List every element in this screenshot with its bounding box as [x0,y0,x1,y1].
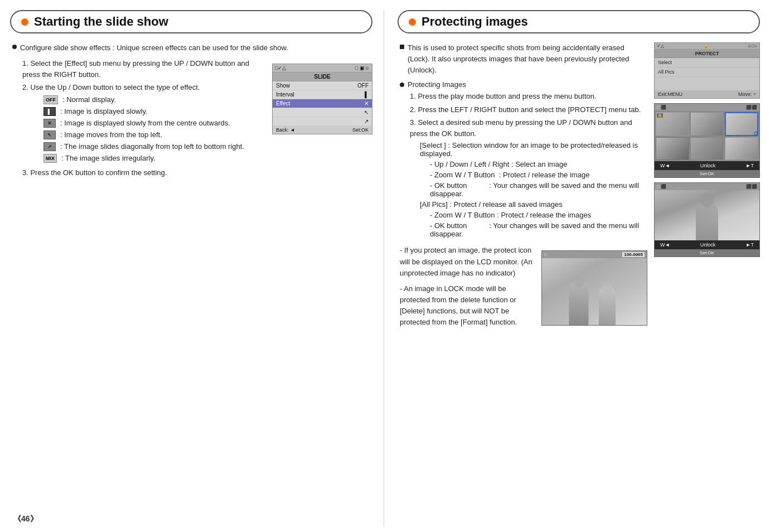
cam1-w-label: W◄ [660,163,670,168]
left-column: Starting the slide show Configure slide … [10,10,384,526]
ss-row-e1: ↖ [273,108,372,117]
cam1-cell1: 🔒 [656,112,689,136]
ss-row-show: Show OFF [273,81,372,90]
cam3-topbar: □ 100-0005 [542,251,647,258]
cam3-topleft-icon: □ [544,252,547,257]
cam1-grid: 🔒 6 [655,111,759,161]
cam1-lock1: 🔒 [657,113,663,118]
off-icon: OFF [43,95,58,104]
protect-menu-screenshot: ✓△ 🔒 ☺□○ PROTECT Select All Pics Exit:ME… [654,42,760,99]
pss-lock-icon: 🔒 [703,43,709,49]
left-title: Starting the slide show [34,14,168,29]
ss-row-effect: Effect ✕ [273,99,372,108]
ss-header-icons2: □ ▣☺ [355,65,370,71]
camera-view-1: □ ⬛ ⬛⬛ 🔒 6 [654,103,760,178]
ss-header-icons: □✓△ [275,65,286,71]
ss-title: SLIDE [273,72,372,81]
cam2-t-label: ►T [746,242,754,248]
square-icon [400,45,404,49]
pss-spacer [655,77,759,90]
cam2-setok: Set:OK [655,249,759,257]
right-title: Protecting images [422,14,528,29]
ss-label-effect: Effect [276,100,290,107]
right-step-2-text: 2. Press the LEFT / RIGHT button and sel… [410,105,641,114]
cam1-cell2 [690,112,724,136]
pss-footer-right: Move: ÷ [738,91,756,97]
cam2-w-label: W◄ [660,242,670,248]
cam1-cell6 [725,137,758,160]
pss-header: ✓△ 🔒 ☺□○ [655,43,759,50]
cam1-overlay: W◄ Unlock ►T [655,161,759,170]
ss-label-interval: Interval [276,91,294,98]
page-number: 《46》 [13,514,38,524]
ss-val-e1: ↖ [364,109,369,115]
diagonal-icon: ↗ [43,142,56,151]
allpics-info-text: [All Pics] : Protect / release all saved… [420,200,563,209]
right-content: ✓△ 🔒 ☺□○ PROTECT Select All Pics Exit:ME… [398,42,760,332]
right-intro-bullet: This is used to protect specific shots f… [400,42,647,76]
cam1-t-label: ►T [746,163,754,168]
page: Starting the slide show Configure slide … [0,0,770,532]
cam1-unlock-label: Unlock [700,163,716,168]
pss-footer-left: Exit:MENU [658,91,682,97]
cam1-topright-icons: ⬛⬛ [746,105,757,110]
ss-footer-left: Back: ◄ [276,127,295,133]
cam2-topright-icons: ⬛⬛ [746,184,757,189]
right-step-1-text: 1. Press the play mode button and press … [410,92,597,100]
ss-val-e2: ↗ [364,118,369,124]
mix-desc: : The image slides irregularly. [61,154,156,162]
left-content: Configure slide show effects : Unique sc… [10,42,372,180]
camera-view-3: □ 100-0005 [541,250,647,326]
centre-desc: : Image is displayed slowly from the cen… [60,119,230,127]
cam2-head [700,193,714,207]
cam1-topbar: □ ⬛ ⬛⬛ [655,104,759,111]
right-step-3-text: 3. Select a desired sub menu by pressing… [410,118,632,138]
cam2-person [696,201,718,240]
step-2-num: 2. Use the Up / Down button to select th… [22,83,200,91]
cam3-head2 [602,282,613,293]
camera-view-2: □ ⬛ ⬛⬛ W◄ Unlock ►T Set:OK [654,182,760,257]
icon-diagonal: ↗ : The image slides diagonally from top… [43,142,372,151]
icon-topleft: ↖ : Image moves from the top left. [43,130,267,139]
icon-off: OFF : Normal display. [43,95,267,104]
cam3-topright-text: 100-0005 [622,252,645,257]
cam2-overlay: W◄ Unlock ►T [655,240,759,249]
protecting-label: Protecting Images [408,80,466,89]
protecting-dot [400,83,404,87]
pss-row-select: Select [655,58,759,67]
pss-icons-left: ✓△ [657,43,664,49]
mix-icon: MIX [43,154,57,163]
cam1-num: 6 [754,132,757,135]
header-bullet [21,18,28,26]
diagonal-desc: : The image slides diagonally from top l… [60,142,244,151]
cam2-unlock-label: Unlock [700,242,716,248]
select-info-text: [Select ] : Selection window for an imag… [420,141,638,158]
pss-row-allpics: All Pics [655,67,759,77]
cam1-cell4 [656,137,689,160]
steps-area: □✓△ □ ▣☺ SLIDE Show OFF Interval ▌ [12,58,372,180]
protect-screenshots: ✓△ 🔒 ☺□○ PROTECT Select All Pics Exit:ME… [654,42,760,257]
pss-icons-right: ☺□○ [747,43,757,49]
cam1-cell3: 6 [725,112,758,136]
cam2-topbar: □ ⬛ ⬛⬛ [655,183,759,190]
step-3: 3. Press the OK button to confirm the se… [22,167,372,178]
right-header-bullet [409,18,416,26]
cam1-setok: Set:OK [655,170,759,177]
dot-icon [12,45,17,49]
topleft-desc: : Image moves from the top left. [60,130,162,139]
pss-footer: Exit:MENU Move: ÷ [655,90,759,98]
slide-menu-box: □✓△ □ ▣☺ SLIDE Show OFF Interval ▌ [272,64,372,134]
slideshow-screenshot: □✓△ □ ▣☺ SLIDE Show OFF Interval ▌ [272,58,372,140]
ss-footer: Back: ◄ Set:OK [273,126,372,134]
camera-view-3-wrapper: □ 100-0005 [541,250,647,326]
right-section-header: Protecting images [398,10,760,33]
icon-slow: ▌ : Image is displayed slowly. [43,107,267,116]
cam2-photo [655,190,759,240]
centre-icon: ✕ [43,119,56,128]
right-intro-text: This is used to protect specific shots f… [408,42,647,76]
step-1-num: 1. Select the [Effect] sub menu by press… [22,59,249,79]
topleft-icon: ↖ [43,130,56,139]
ss-val-show: OFF [357,83,369,89]
slow-icon: ▌ [43,107,56,116]
ss-header: □✓△ □ ▣☺ [273,64,372,72]
